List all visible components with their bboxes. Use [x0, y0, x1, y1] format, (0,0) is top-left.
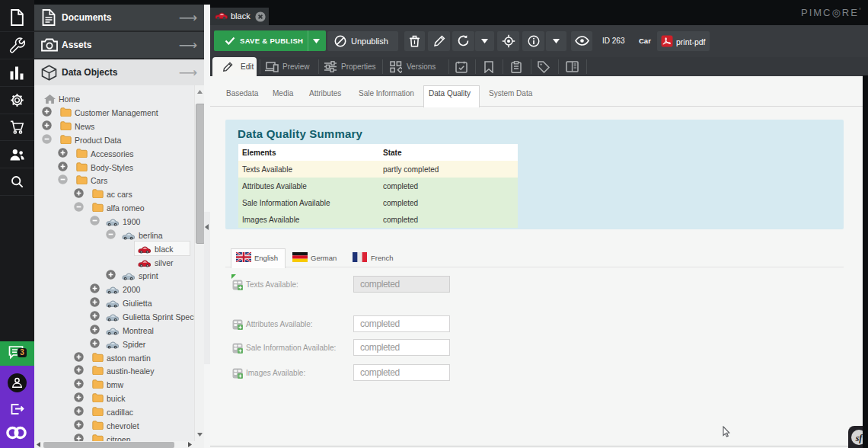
- svg-text:3: 3: [20, 348, 24, 357]
- svg-text:sf: sf: [855, 433, 863, 443]
